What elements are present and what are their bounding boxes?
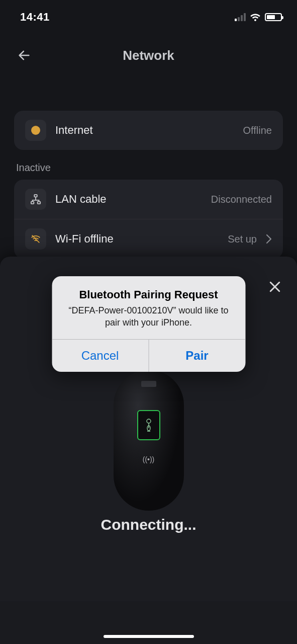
device-image: ((•)) (114, 370, 184, 511)
cellular-signal-icon (235, 13, 246, 21)
svg-rect-1 (31, 202, 34, 204)
cancel-button[interactable]: Cancel (52, 340, 148, 372)
svg-rect-2 (38, 202, 41, 204)
back-button[interactable] (14, 45, 34, 65)
wifi-offline-icon (25, 228, 46, 250)
status-indicator-icon (25, 120, 46, 141)
connecting-status: Connecting... (0, 516, 297, 533)
pair-button[interactable]: Pair (148, 340, 245, 372)
bluetooth-pairing-dialog: Bluetooth Pairing Request “DEFA-Power-00… (52, 276, 245, 372)
close-icon (267, 279, 282, 294)
wifi-icon (250, 13, 261, 21)
lan-status: Disconnected (211, 194, 272, 205)
home-indicator[interactable] (104, 635, 194, 638)
arrow-left-icon (17, 48, 31, 62)
lan-label: LAN cable (55, 193, 202, 206)
device-screen (137, 410, 160, 440)
alert-title: Bluetooth Pairing Request (62, 288, 235, 301)
svg-rect-0 (34, 195, 37, 197)
alert-message: “DEFA-Power-00100210V” would like to pai… (62, 304, 235, 329)
svg-point-3 (147, 419, 151, 423)
inactive-section-label: Inactive (16, 162, 281, 174)
internet-row[interactable]: Internet Offline (14, 111, 283, 150)
content: Internet Offline Inactive LAN cable Disc… (0, 80, 297, 259)
lan-icon (25, 189, 46, 210)
lan-row[interactable]: LAN cable Disconnected (14, 180, 283, 219)
status-time: 14:41 (20, 11, 50, 24)
wifi-label: Wi-Fi offline (55, 232, 219, 246)
page-title: Network (123, 48, 174, 63)
inactive-card: LAN cable Disconnected Wi-Fi offline Set… (14, 180, 283, 259)
internet-card: Internet Offline (14, 111, 283, 150)
internet-label: Internet (55, 124, 234, 137)
wifi-status: Set up (228, 233, 257, 245)
close-button[interactable] (263, 275, 287, 299)
internet-status: Offline (243, 125, 272, 136)
wifi-row[interactable]: Wi-Fi offline Set up (14, 219, 283, 259)
nfc-icon: ((•)) (143, 455, 155, 463)
chevron-right-icon (266, 234, 272, 244)
status-icons (235, 13, 282, 21)
battery-icon (265, 13, 282, 21)
status-bar: 14:41 (0, 0, 297, 30)
header: Network (0, 30, 297, 80)
